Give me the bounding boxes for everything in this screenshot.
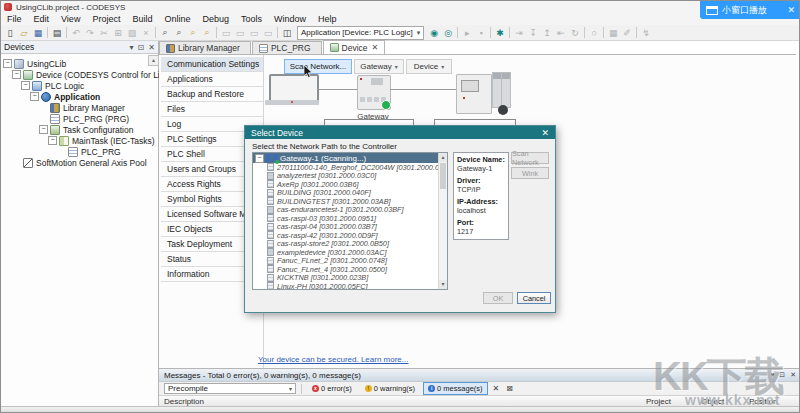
expand-toggle-icon[interactable]: − <box>3 59 12 68</box>
menu-item[interactable]: Window <box>268 14 312 24</box>
ok-button[interactable]: OK <box>483 292 513 304</box>
expand-toggle-icon[interactable]: − <box>21 81 30 90</box>
find-in-project-icon[interactable]: ⌕ <box>186 26 200 39</box>
find-icon[interactable]: ⌕ <box>158 26 172 39</box>
network-device-row[interactable]: Linux-PH [0301.2000.05FC] <box>253 282 447 290</box>
expand-toggle-icon[interactable]: − <box>255 154 264 163</box>
find-next-icon[interactable]: ⌕ <box>172 26 186 39</box>
step-over-icon[interactable]: ⇥ <box>512 26 526 39</box>
messages-filter-button[interactable]: i 0 message(s) <box>423 382 487 395</box>
cancel-button[interactable]: Cancel <box>517 292 551 304</box>
save-icon[interactable]: ▦ <box>31 26 45 39</box>
toolbar-icon[interactable] <box>584 27 585 38</box>
menu-item[interactable]: File <box>1 14 28 24</box>
dialog-scan-network-button[interactable]: Scan Network <box>511 152 549 164</box>
open-file-icon[interactable]: ▱ <box>17 26 31 39</box>
input-assistant-icon[interactable]: ◫ <box>280 26 294 39</box>
write-values-icon[interactable]: ✐ <box>620 26 634 39</box>
menu-item[interactable]: Debug <box>196 14 235 24</box>
copy-icon[interactable]: ⊞ <box>111 26 125 39</box>
toolbar-icon[interactable] <box>277 27 278 38</box>
column-description[interactable]: Description <box>164 397 204 406</box>
close-icon[interactable]: ✕ <box>787 5 795 15</box>
scroll-down-icon[interactable]: ▾ <box>439 280 447 289</box>
dialog-close-icon[interactable]: ✕ <box>541 128 549 138</box>
tree-item[interactable]: PLC_PRG (PRG) <box>1 113 158 124</box>
network-device-row[interactable]: cas-endurancetest-1 [0301.2000.03BF] <box>253 206 447 215</box>
panel-close-icon[interactable]: ✕ <box>148 43 155 52</box>
delete-messages-icon[interactable]: ⊠ <box>504 384 515 393</box>
active-application-combo[interactable]: Application [Device: PLC Logic] ▾ <box>297 26 424 40</box>
scan-network-button[interactable]: Scan Network... <box>284 59 352 74</box>
network-device-row[interactable]: AxeRp [0301.2000.03B6] <box>253 180 447 189</box>
scrollbar-thumb[interactable] <box>440 163 446 189</box>
breakpoint-icon[interactable]: ○ <box>587 26 601 39</box>
document-tab[interactable]: Device ✕ <box>323 40 386 54</box>
menu-item[interactable]: Tools <box>235 14 268 24</box>
clear-messages-icon[interactable]: ✕ <box>491 384 502 393</box>
device-menu-button[interactable]: Device▾ <box>406 59 452 74</box>
login-icon[interactable]: ◉ <box>427 26 441 39</box>
warnings-filter-button[interactable]: ! 0 warning(s) <box>360 382 420 395</box>
delete-icon[interactable]: × <box>139 26 153 39</box>
network-device-row[interactable]: cas-raspi-04 [0301.2000.03B7] <box>253 223 447 232</box>
indent-icon[interactable]: ▭ <box>219 26 233 39</box>
expand-toggle-icon[interactable]: − <box>48 136 57 145</box>
scroll-up-icon[interactable]: ▴ <box>439 153 447 162</box>
network-device-row[interactable]: exampledevice [0301.2000.03AC] <box>253 248 447 257</box>
editor-nav-item[interactable]: Backup and Restore <box>161 87 263 102</box>
tree-item[interactable]: − Task Configuration <box>1 124 158 135</box>
toolbar-icon[interactable] <box>155 27 156 38</box>
stop-icon[interactable]: ▪ <box>474 26 488 39</box>
device-list-scrollbar[interactable]: ▴ ▾ <box>438 153 447 289</box>
errors-filter-button[interactable]: x 0 error(s) <box>307 382 357 395</box>
editor-nav-item[interactable]: Communication Settings <box>161 57 263 72</box>
tree-item[interactable]: SoftMotion General Axis Pool <box>1 157 158 168</box>
replace-in-project-icon[interactable]: ⌕ <box>200 26 214 39</box>
mini-player-badge[interactable]: 小窗口播放 ✕ <box>700 1 800 19</box>
menu-item[interactable]: Help <box>312 14 343 24</box>
network-device-row[interactable]: BUILDING [0301.2000.040F] <box>253 189 447 198</box>
menu-item[interactable]: Project <box>86 14 126 24</box>
expand-toggle-icon[interactable]: − <box>39 125 48 134</box>
menu-item[interactable]: View <box>55 14 86 24</box>
menu-item[interactable]: Online <box>158 14 196 24</box>
force-values-icon[interactable]: ↯ <box>639 26 653 39</box>
logout-icon[interactable]: ◎ <box>441 26 455 39</box>
flow-control-icon[interactable]: ▦ <box>606 26 620 39</box>
network-device-row[interactable]: cas-raspi-store2 [0301.2000.0B50] <box>253 240 447 249</box>
paste-icon[interactable]: ▨ <box>125 26 139 39</box>
network-device-row[interactable]: BUILDINGTEST [0301.2000.03AB] <box>253 197 447 206</box>
toolbar-icon[interactable] <box>490 27 491 38</box>
network-device-row[interactable]: 270111000-140_Berghof_DC2004W [0301.2000… <box>253 163 447 172</box>
new-file-icon[interactable]: ▯ <box>3 26 17 39</box>
expand-toggle-icon[interactable]: − <box>30 92 39 101</box>
toolbar-icon[interactable] <box>509 27 510 38</box>
wink-button[interactable]: Wink <box>511 167 549 179</box>
network-device-row[interactable]: KICKTNB [0301.2000.023B] <box>253 274 447 283</box>
tree-scroll-up-icon[interactable]: ▴ <box>148 55 159 66</box>
document-tab[interactable]: Library Manager <box>159 41 251 54</box>
run-to-cursor-icon[interactable]: ⇤ <box>554 26 568 39</box>
step-out-icon[interactable]: ↥ <box>540 26 554 39</box>
tab-close-icon[interactable]: ✕ <box>372 43 379 52</box>
panel-dropdown-icon[interactable]: ▾ <box>130 43 134 52</box>
tree-item[interactable]: − MainTask (IEC-Tasks) <box>1 135 158 146</box>
toolbar-icon[interactable] <box>66 27 67 38</box>
expand-toggle-icon[interactable]: − <box>12 70 21 79</box>
network-device-row[interactable]: cas-raspi-03 [0301.2000.0951] <box>253 214 447 223</box>
toolbar-icon[interactable] <box>47 27 48 38</box>
toolbar-icon[interactable] <box>457 27 458 38</box>
step-into-icon[interactable]: ↧ <box>526 26 540 39</box>
start-icon[interactable]: ▸ <box>460 26 474 39</box>
uncomment-icon[interactable]: ▭ <box>261 26 275 39</box>
tree-item[interactable]: − Device (CODESYS Control for Linux SL) <box>1 69 158 80</box>
reset-icon[interactable]: ↻ <box>568 26 582 39</box>
undo-icon[interactable]: ↶ <box>69 26 83 39</box>
toolbar-icon[interactable] <box>216 27 217 38</box>
network-device-row[interactable]: Fanuc_FLnet_4 [0301.2000.0500] <box>253 265 447 274</box>
redo-icon[interactable]: ↷ <box>83 26 97 39</box>
message-category-combo[interactable]: Precompile ▾ <box>164 383 296 394</box>
toolbar-icon[interactable] <box>636 27 637 38</box>
cut-icon[interactable]: ✂ <box>97 26 111 39</box>
